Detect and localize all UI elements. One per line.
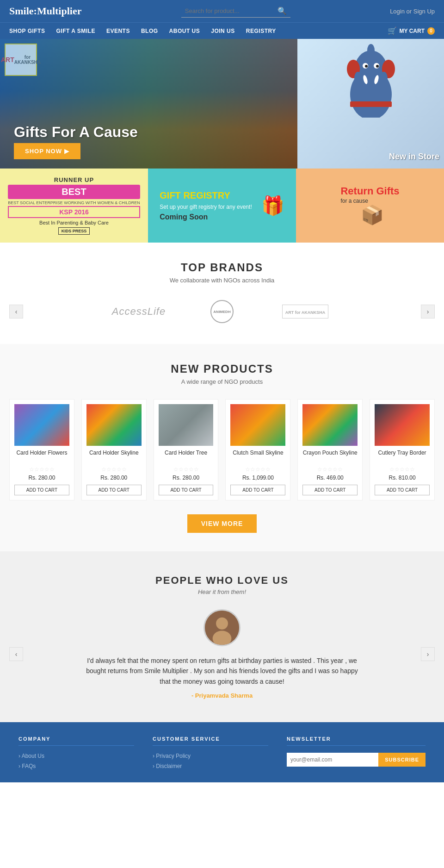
product-stars-5: ☆☆☆☆☆ <box>375 466 430 473</box>
site-header: Smile:Multiplier 🔍 Login or Sign Up <box>0 0 444 22</box>
footer-company-title: COMPANY <box>18 736 134 746</box>
svg-point-15 <box>216 618 228 630</box>
shop-now-button[interactable]: SHOP NOW ▶ <box>14 143 80 159</box>
nav-shop-gifts[interactable]: SHOP GIFTS <box>9 28 45 34</box>
footer-about-link[interactable]: About Us <box>18 753 134 759</box>
product-stars-3: ☆☆☆☆☆ <box>230 466 285 473</box>
svg-point-11 <box>354 72 362 85</box>
testimonial-text: I'd always felt that the money spent on … <box>83 656 361 687</box>
hero-text: Gifts For A Cause <box>14 124 138 141</box>
footer-faqs-link[interactable]: FAQs <box>18 763 134 769</box>
products-section: NEW PRODUCTS A wide range of NGO product… <box>0 344 444 551</box>
product-price-3: Rs. 1,099.00 <box>230 475 285 481</box>
brands-prev-button[interactable]: ‹ <box>9 305 23 318</box>
product-img-2 <box>159 404 214 446</box>
login-link[interactable]: Login <box>390 8 405 15</box>
svg-rect-10 <box>350 101 392 107</box>
nav-links: SHOP GIFTS GIFT A SMILE EVENTS BLOG ABOU… <box>9 28 276 34</box>
svg-point-13 <box>367 44 375 57</box>
add-cart-button-0[interactable]: ADD TO CART <box>14 485 69 495</box>
search-bar: 🔍 <box>181 5 290 18</box>
hero-headline: Gifts For A Cause <box>14 124 138 141</box>
products-grid: Card Holder Flowers ☆☆☆☆☆ Rs. 280.00 ADD… <box>9 399 435 500</box>
product-stars-2: ☆☆☆☆☆ <box>159 466 214 473</box>
product-name-2: Card Holder Tree <box>159 450 214 463</box>
coming-soon: Coming Soon <box>160 213 252 221</box>
footer-privacy-link[interactable]: Privacy Policy <box>153 753 268 759</box>
nav-join[interactable]: JOIN US <box>211 28 235 34</box>
testimonial-content: I'd always felt that the money spent on … <box>23 609 421 699</box>
signup-link[interactable]: Sign Up <box>413 8 435 15</box>
brands-next-button[interactable]: › <box>421 305 435 318</box>
product-name-5: Cutlery Tray Border <box>375 450 430 463</box>
nav-about[interactable]: ABOUT US <box>169 28 200 34</box>
product-price-2: Rs. 280.00 <box>159 475 214 481</box>
return-gifts-title: Return Gifts <box>340 185 399 197</box>
cart-icon: 🛒 <box>388 26 397 35</box>
return-gifts-text: Return Gifts for a cause <box>340 185 399 204</box>
hero-new-in-store: New in Store <box>297 39 444 169</box>
nav-registry[interactable]: REGISTRY <box>246 28 276 34</box>
product-price-1: Rs. 280.00 <box>86 475 142 481</box>
cart-link[interactable]: 🛒 MY CART 0 <box>388 26 435 35</box>
footer-disclaimer-link[interactable]: Disclaimer <box>153 763 268 769</box>
brand-animedh-circle: ANIMEDH <box>210 300 234 323</box>
brands-subtitle: We collaborate with NGOs across India <box>9 277 435 284</box>
product-card-4: Crayon Pouch Skyline ☆☆☆☆☆ Rs. 469.00 AD… <box>297 399 363 500</box>
search-input[interactable] <box>185 7 278 14</box>
logo[interactable]: Smile:Multiplier <box>9 5 81 17</box>
award-desc: BEST SOCIAL ENTERPRISE WORKING WITH WOME… <box>8 200 140 205</box>
promo-registry: GIFT REGISTRY Set up your gift registry … <box>148 169 296 243</box>
product-price-4: Rs. 469.00 <box>302 475 358 481</box>
testimonial-next-button[interactable]: › <box>421 647 435 661</box>
testimonial-prev-button[interactable]: ‹ <box>9 647 23 661</box>
brand-akanksha-label: ART for AKANKSHA <box>285 310 326 315</box>
add-cart-button-1[interactable]: ADD TO CART <box>86 485 142 495</box>
footer-customer-service: CUSTOMER SERVICE Privacy Policy Disclaim… <box>153 736 268 773</box>
gift-box-icon: 🎁 <box>261 195 284 217</box>
brand-animedh-content: ANIMEDH <box>210 300 234 323</box>
product-card-0: Card Holder Flowers ☆☆☆☆☆ Rs. 280.00 ADD… <box>9 399 74 500</box>
subscribe-button[interactable]: SUBSCRIBE <box>378 753 426 767</box>
product-stars-4: ☆☆☆☆☆ <box>302 466 358 473</box>
newsletter-input[interactable] <box>287 753 378 767</box>
award-content: RUNNER UP BEST BEST SOCIAL ENTERPRISE WO… <box>8 176 140 235</box>
runner-up-text: RUNNER UP <box>8 176 140 183</box>
svg-point-4 <box>365 65 368 68</box>
product-stars-1: ☆☆☆☆☆ <box>86 466 142 473</box>
footer-newsletter-title: NEWSLETTER <box>287 736 426 746</box>
header-auth: Login or Sign Up <box>390 8 435 15</box>
view-more-button[interactable]: VIEW MORE <box>187 514 257 533</box>
add-cart-button-3[interactable]: ADD TO CART <box>230 485 285 495</box>
shop-now-label: SHOP NOW <box>25 148 62 155</box>
logo-text: Smile:Multiplier <box>9 5 81 17</box>
add-cart-button-5[interactable]: ADD TO CART <box>375 485 430 495</box>
return-gifts-icon: 📦 <box>361 204 384 226</box>
brand-akanksha: ART for AKANKSHA <box>278 298 333 325</box>
product-img-0 <box>14 404 69 446</box>
promo-row: RUNNER UP BEST BEST SOCIAL ENTERPRISE WO… <box>0 169 444 243</box>
brand-akanksha-content: ART for AKANKSHA <box>282 305 329 318</box>
puppet-illustration <box>343 44 399 118</box>
product-name-3: Clutch Small Skyline <box>230 450 285 463</box>
add-cart-button-2[interactable]: ADD TO CART <box>159 485 214 495</box>
best-in-text: Best In Parenting & Baby Care <box>8 220 140 225</box>
brand-animedh-label: ANIMEDH <box>213 310 230 314</box>
svg-point-12 <box>380 72 388 85</box>
promo-award: RUNNER UP BEST BEST SOCIAL ENTERPRISE WO… <box>0 169 148 243</box>
nav-blog[interactable]: BLOG <box>141 28 158 34</box>
brands-section: TOP BRANDS We collaborate with NGOs acro… <box>0 243 444 344</box>
product-img-5 <box>375 404 430 446</box>
product-img-3 <box>230 404 285 446</box>
product-img-1 <box>86 404 142 446</box>
nav-events[interactable]: EVENTS <box>106 28 130 34</box>
nav-gift-smile[interactable]: GIFT A SMILE <box>56 28 95 34</box>
main-nav: SHOP GIFTS GIFT A SMILE EVENTS BLOG ABOU… <box>0 22 444 39</box>
search-icon[interactable]: 🔍 <box>278 6 287 15</box>
product-name-4: Crayon Pouch Skyline <box>302 450 358 463</box>
avatar-image <box>205 609 239 646</box>
product-price-5: Rs. 810.00 <box>375 475 430 481</box>
add-cart-button-4[interactable]: ADD TO CART <box>302 485 358 495</box>
for-cause-text: for a cause <box>340 198 399 204</box>
testimonial-subtitle: Hear it from them! <box>9 588 435 595</box>
